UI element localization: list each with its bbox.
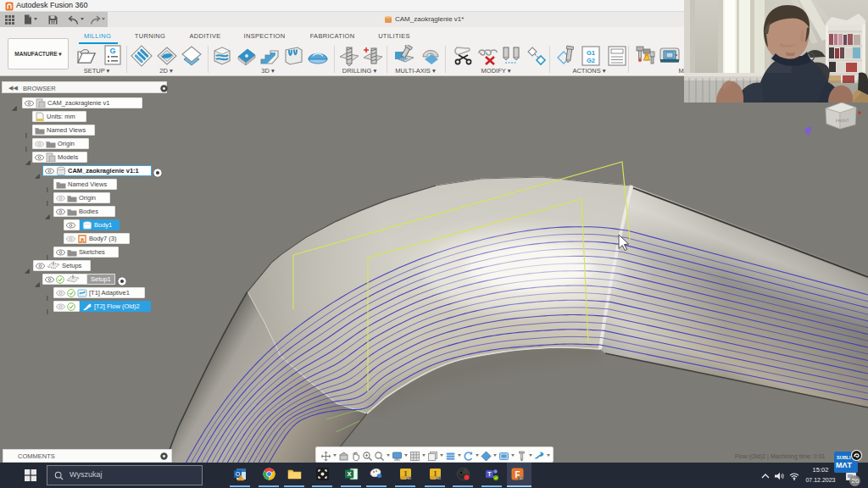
svg-text:X: X [347, 470, 351, 478]
svg-text:PRO: PRO [435, 477, 441, 480]
svg-text:FRONT: FRONT [836, 119, 849, 124]
svg-text:G2: G2 [587, 57, 595, 64]
svg-text:!: ! [240, 476, 241, 481]
svg-text:G: G [109, 47, 115, 55]
svg-text:G1: G1 [587, 49, 595, 57]
svg-text:PRO: PRO [405, 477, 411, 480]
svg-text:360: 360 [519, 477, 523, 480]
svg-text:T: T [487, 471, 492, 477]
